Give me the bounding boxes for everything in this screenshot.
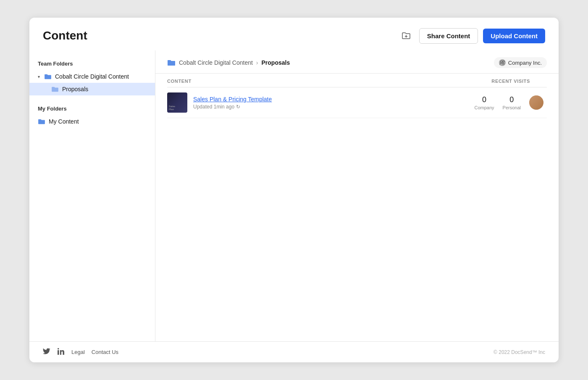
svg-rect-4 (58, 350, 59, 355)
thumb-text: SalesPlan (169, 105, 175, 111)
twitter-icon[interactable] (43, 348, 50, 356)
svg-point-5 (58, 348, 59, 350)
breadcrumb: Cobalt Circle Digital Content › Proposal… (167, 59, 290, 66)
avatar-image (529, 95, 543, 110)
sidebar-item-cobalt[interactable]: ▾ Cobalt Circle Digital Content (29, 70, 155, 83)
company-badge-label: Company Inc. (508, 60, 542, 66)
footer-left: Legal Contact Us (43, 348, 118, 356)
footer-legal-link[interactable]: Legal (71, 349, 85, 355)
linkedin-icon[interactable] (57, 348, 65, 356)
content-header: Cobalt Circle Digital Content › Proposal… (155, 50, 559, 74)
content-table: CONTENT RECENT VISITS SalesPlan Sales Pl… (155, 74, 559, 341)
col-recent-header: RECENT VISITS (446, 79, 547, 84)
footer: Legal Contact Us © 2022 DocSend™ Inc (29, 341, 559, 362)
avatar[interactable] (529, 95, 543, 110)
sidebar-item-my-content[interactable]: My Content (29, 115, 155, 128)
breadcrumb-folder-icon (167, 59, 176, 66)
breadcrumb-parent-link[interactable]: Cobalt Circle Digital Content (179, 59, 253, 66)
folder-icon-proposals (51, 86, 59, 92)
new-folder-button[interactable] (398, 28, 414, 44)
footer-copyright: © 2022 DocSend™ Inc (494, 349, 545, 355)
company-visit-count: 0 (482, 95, 486, 104)
company-badge-icon (499, 59, 506, 66)
refresh-icon: ↻ (236, 104, 240, 110)
personal-visit-count: 0 (509, 95, 514, 104)
sidebar-item-my-content-label: My Content (49, 118, 79, 125)
sidebar: Team Folders ▾ Cobalt Circle Digital Con… (29, 50, 155, 341)
sidebar-item-proposals[interactable]: Proposals (29, 83, 155, 95)
personal-visits: 0 Personal (503, 95, 521, 110)
folder-icon-my-content (38, 119, 45, 124)
personal-visit-label: Personal (503, 105, 521, 110)
sidebar-item-cobalt-label: Cobalt Circle Digital Content (55, 73, 129, 80)
users-icon (499, 60, 505, 66)
main-layout: Team Folders ▾ Cobalt Circle Digital Con… (29, 50, 559, 341)
folder-icon (44, 74, 52, 79)
table-row[interactable]: SalesPlan Sales Plan & Pricing Template … (167, 87, 547, 118)
header-actions: Share Content Upload Content (398, 28, 545, 44)
upload-content-button[interactable]: Upload Content (483, 29, 545, 43)
folder-add-icon (402, 32, 411, 40)
share-content-button[interactable]: Share Content (419, 28, 478, 44)
svg-point-3 (503, 61, 504, 62)
sidebar-item-proposals-label: Proposals (62, 86, 88, 92)
content-updated: Updated 1min ago ↻ (193, 104, 446, 110)
page-header: Content Share Content Upload Content (29, 18, 559, 50)
footer-contact-link[interactable]: Contact Us (92, 349, 118, 355)
content-thumbnail: SalesPlan (167, 92, 187, 113)
visits-section: 0 Company 0 Personal (446, 95, 547, 110)
content-name-link[interactable]: Sales Plan & Pricing Template (193, 96, 446, 103)
svg-point-2 (500, 61, 502, 63)
company-visit-label: Company (475, 105, 494, 110)
chevron-down-icon: ▾ (38, 74, 40, 79)
breadcrumb-current: Proposals (262, 59, 290, 66)
company-badge[interactable]: Company Inc. (494, 57, 547, 68)
page-title: Content (43, 29, 87, 42)
my-folders-label: My Folders (29, 106, 155, 112)
table-header: CONTENT RECENT VISITS (167, 74, 547, 87)
breadcrumb-separator: › (256, 59, 258, 66)
content-info: Sales Plan & Pricing Template Updated 1m… (193, 96, 446, 110)
company-visits: 0 Company (475, 95, 494, 110)
sidebar-spacer (29, 95, 155, 104)
content-area: Cobalt Circle Digital Content › Proposal… (155, 50, 559, 341)
col-content-header: CONTENT (167, 79, 446, 84)
team-folders-label: Team Folders (29, 61, 155, 67)
